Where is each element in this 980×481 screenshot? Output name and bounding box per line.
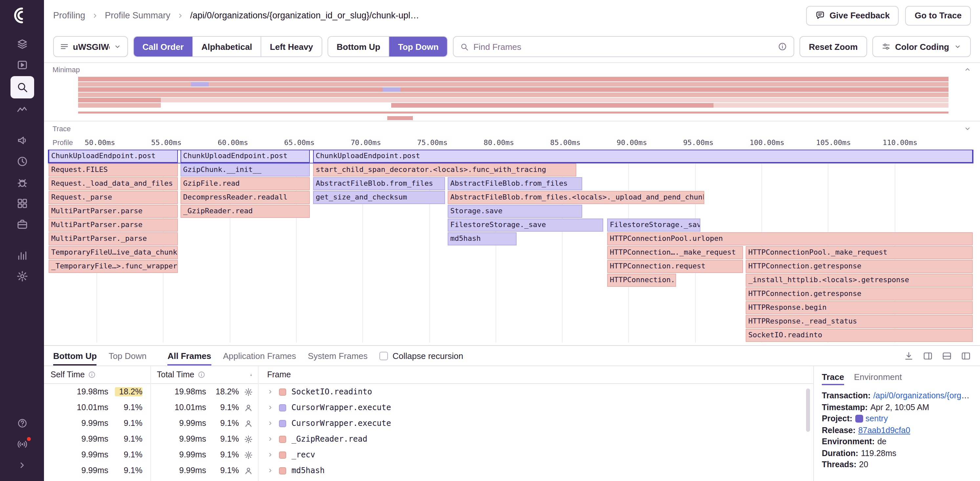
flamegraph-frame[interactable]: Storage.save bbox=[448, 205, 582, 218]
find-frames-search[interactable] bbox=[453, 36, 794, 57]
layout-columns-icon[interactable] bbox=[923, 351, 933, 360]
flamegraph-frame[interactable]: HTTPConnection.getresponse bbox=[746, 287, 973, 300]
breadcrumb-item[interactable]: Profiling bbox=[53, 11, 85, 20]
flamegraph-frame[interactable]: FilestoreStorage._save bbox=[448, 219, 603, 232]
flamegraph-frame[interactable]: HTTPConnectionPool.urlopen bbox=[607, 232, 973, 245]
details-tab-trace[interactable]: Trace bbox=[822, 370, 844, 385]
details-field-value[interactable]: 87aab1d9cfa0 bbox=[858, 425, 910, 435]
table-row[interactable]: 19.98ms18.2%19.98ms18.2%SocketIO.readint… bbox=[44, 384, 813, 400]
flamegraph-frame[interactable]: start_child_span_decorator.<locals>.func… bbox=[313, 164, 576, 176]
frame-cell[interactable]: CursorWrapper.execute bbox=[258, 419, 813, 428]
sidebar-item-search[interactable] bbox=[10, 76, 34, 98]
sentry-logo[interactable] bbox=[13, 6, 31, 24]
flamegraph-frame[interactable]: MultiPartParser.parse bbox=[49, 219, 178, 232]
flamegraph-frame[interactable]: Request._parse bbox=[49, 191, 178, 204]
sidebar-item-replays[interactable] bbox=[10, 152, 34, 171]
flamegraph-frame[interactable]: ChunkUploadEndpoint.post bbox=[49, 149, 178, 163]
flamegraph-frame[interactable]: HTTPConnection.send bbox=[607, 274, 676, 287]
sidebar-item-performance[interactable] bbox=[10, 100, 34, 119]
flamegraph-frame[interactable]: MultiPartParser._parse bbox=[49, 232, 178, 245]
frame-cell[interactable]: CursorWrapper.execute bbox=[258, 403, 813, 412]
tab-system-frames[interactable]: System Frames bbox=[308, 346, 368, 365]
checkbox-box[interactable] bbox=[379, 351, 388, 360]
sidebar-item-projects[interactable] bbox=[10, 214, 34, 234]
flamegraph-frame[interactable]: FilestoreStorage._save bbox=[607, 219, 700, 232]
frame-cell[interactable]: md5hash bbox=[258, 466, 813, 475]
sidebar-item-settings[interactable] bbox=[10, 267, 34, 286]
total-time-header[interactable]: Total Time bbox=[150, 370, 258, 379]
sort-descending-icon[interactable] bbox=[250, 370, 258, 379]
sidebar-item-help[interactable] bbox=[10, 413, 34, 433]
flamegraph-frame[interactable]: SocketIO.readinto bbox=[746, 329, 973, 342]
sidebar-item-releases[interactable] bbox=[10, 55, 34, 75]
flamegraph-frame[interactable]: GzipFile.read bbox=[180, 177, 310, 190]
flamegraph-frame[interactable]: ChunkUploadEndpoint.post bbox=[313, 149, 973, 163]
go-to-trace-button[interactable]: Go to Trace bbox=[905, 6, 971, 25]
flamegraph[interactable]: ChunkUploadEndpoint.postChunkUploadEndpo… bbox=[44, 149, 980, 343]
flamegraph-frame[interactable]: md5hash bbox=[448, 232, 517, 245]
flamegraph-frame[interactable]: _install_httplib.<locals>.getresponse bbox=[746, 274, 973, 287]
flamegraph-frame[interactable]: DecompressReader.readall bbox=[180, 191, 310, 204]
table-row[interactable]: 9.99ms9.1%9.99ms9.1%CursorWrapper.execut… bbox=[44, 415, 813, 431]
flamegraph-frame[interactable]: TemporaryFileU…ive_data_chunk bbox=[49, 246, 178, 259]
table-row[interactable]: 10.01ms9.1%10.01ms9.1%CursorWrapper.exec… bbox=[44, 400, 813, 415]
details-field-value[interactable]: sentry bbox=[865, 414, 888, 423]
sidebar-item-whats-new[interactable] bbox=[10, 434, 34, 454]
collapse-minimap-icon[interactable] bbox=[964, 66, 972, 73]
flamegraph-frame[interactable]: get_size_and_checksum bbox=[313, 191, 445, 204]
tab-application-frames[interactable]: Application Frames bbox=[223, 346, 296, 365]
flamegraph-frame[interactable]: HTTPConnection.getresponse bbox=[746, 260, 973, 273]
flamegraph-frame[interactable]: HTTPResponse.begin bbox=[746, 301, 973, 314]
info-icon[interactable] bbox=[778, 42, 788, 51]
expand-chevron-icon[interactable] bbox=[267, 404, 274, 411]
expand-chevron-icon[interactable] bbox=[267, 420, 274, 427]
view-tab-top-down[interactable]: Top Down bbox=[389, 37, 447, 56]
tab-bottom-up[interactable]: Bottom Up bbox=[53, 346, 97, 365]
download-icon[interactable] bbox=[904, 351, 914, 360]
expand-chevron-icon[interactable] bbox=[267, 467, 274, 474]
sidebar-item-feedback[interactable] bbox=[10, 130, 34, 150]
sort-tab-left-heavy[interactable]: Left Heavy bbox=[261, 37, 321, 56]
frame-cell[interactable]: SocketIO.readinto bbox=[258, 387, 813, 396]
thread-selector[interactable]: uWSGIWor… bbox=[53, 36, 128, 57]
expand-chevron-icon[interactable] bbox=[267, 436, 274, 442]
table-scrollbar[interactable] bbox=[806, 389, 810, 432]
sidebar-item-stats[interactable] bbox=[10, 245, 34, 265]
flamegraph-frame[interactable]: HTTPConnection…._make_request bbox=[607, 246, 743, 259]
breadcrumb-item[interactable]: Profile Summary bbox=[105, 11, 171, 20]
table-row[interactable]: 9.99ms9.1%9.99ms9.1%_recv bbox=[44, 447, 813, 463]
expand-chevron-icon[interactable] bbox=[267, 389, 274, 395]
sidebar-item-issues[interactable] bbox=[10, 34, 34, 54]
details-tab-environment[interactable]: Environment bbox=[854, 370, 902, 385]
layout-sidebar-icon[interactable] bbox=[961, 351, 971, 360]
sort-tab-call-order[interactable]: Call Order bbox=[134, 37, 192, 56]
flamegraph-frame[interactable]: HTTPResponse._read_status bbox=[746, 315, 973, 328]
flamegraph-frame[interactable]: AbstractFileBlob.from_files bbox=[448, 177, 582, 190]
flamegraph-frame[interactable]: MultiPartParser.parse bbox=[49, 205, 178, 218]
tab-top-down[interactable]: Top Down bbox=[109, 346, 147, 365]
table-row[interactable]: 9.99ms9.1%9.99ms9.1%md5hash bbox=[44, 463, 813, 478]
flamegraph-frame[interactable]: Request.FILES bbox=[49, 164, 178, 176]
search-input[interactable] bbox=[473, 42, 773, 51]
sidebar-item-monitors[interactable] bbox=[10, 173, 34, 192]
self-time-header[interactable]: Self Time bbox=[44, 370, 150, 379]
sidebar-item-dashboards[interactable] bbox=[10, 194, 34, 213]
collapse-trace-icon[interactable] bbox=[964, 124, 972, 132]
collapse-recursion-checkbox[interactable]: Collapse recursion bbox=[379, 351, 463, 360]
flamegraph-frame[interactable]: HTTPConnection.request bbox=[607, 260, 743, 273]
details-field-value[interactable]: /api/0/organizations/{organ… bbox=[873, 391, 972, 400]
flamegraph-frame[interactable]: AbstractFileBlob.from_files bbox=[313, 177, 445, 190]
minimap-canvas[interactable] bbox=[44, 76, 980, 121]
flamegraph-frame[interactable]: AbstractFileBlob.from_files.<locals>._up… bbox=[448, 191, 704, 204]
reset-zoom-button[interactable]: Reset Zoom bbox=[800, 36, 867, 57]
flamegraph-frame[interactable]: HTTPConnectionPool._make_request bbox=[746, 246, 973, 259]
expand-chevron-icon[interactable] bbox=[267, 451, 274, 458]
view-tab-bottom-up[interactable]: Bottom Up bbox=[328, 37, 389, 56]
info-icon[interactable] bbox=[88, 371, 96, 379]
flamegraph-frame[interactable]: _GzipReader.read bbox=[180, 205, 310, 218]
sidebar-item-collapse[interactable] bbox=[10, 456, 34, 475]
give-feedback-button[interactable]: Give Feedback bbox=[806, 6, 899, 25]
tab-all-frames[interactable]: All Frames bbox=[168, 346, 212, 365]
info-icon[interactable] bbox=[197, 371, 205, 379]
flamegraph-frame[interactable]: GzipChunk.__init__ bbox=[180, 164, 310, 176]
